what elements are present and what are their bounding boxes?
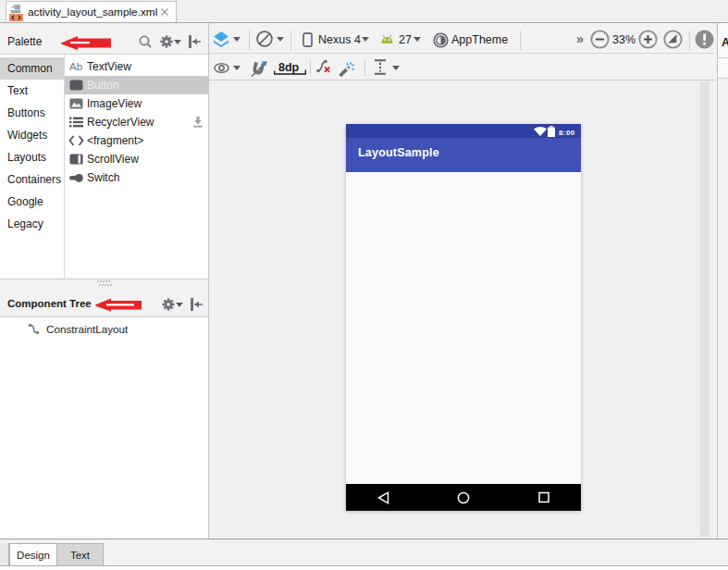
svg-text:Ab: Ab <box>69 61 82 72</box>
